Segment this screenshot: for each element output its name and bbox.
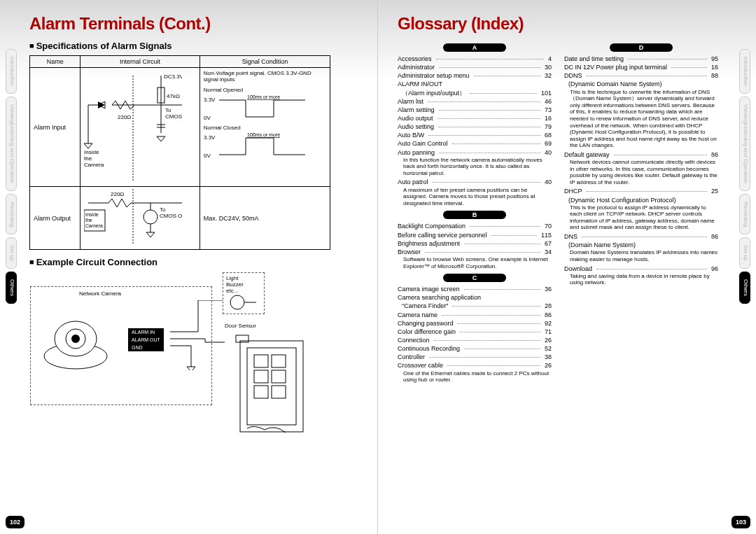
tab-set-up[interactable]: Set up [739,237,750,269]
glossary-item: Browser34 [398,248,552,256]
leader-dots [429,357,540,358]
glossary-term: Connection [398,336,430,344]
tab-viewing-listening-and-operation[interactable]: Viewing・Listening and Operation [6,97,17,191]
glossary-term: Auto B/W [398,131,424,139]
glossary-page: 95 [711,55,718,63]
glossary-page: 28 [545,302,552,310]
term-in: ALARM IN [128,328,164,336]
leader-dots [464,289,540,290]
glossary-page: 86 [545,311,552,319]
leader-dots [671,67,707,68]
glossary-note: Software to browse Web screens. One exam… [398,256,552,271]
glossary-item: (Dynamic Host Configuration Protocol) [564,196,718,204]
glossary-term: Camera image screen [398,285,460,293]
glossary-item: DNS86 [564,232,718,241]
glossary-page: 115 [541,231,552,239]
glossary-page: 38 [545,353,552,361]
leader-dots [442,315,540,316]
leader-dots [474,76,540,76]
leader-dots [491,235,537,236]
glossary-item: Accessories4 [398,55,552,63]
tab-column-right: IntroductionViewing・Listening and Operat… [739,49,750,304]
glossary-item: DHCP25 [564,187,718,195]
glossary-term: Continuous Recording [398,344,460,353]
heading-spec: Specifications of Alarm Signals [29,41,358,51]
glossary-note: Domain Name Systems translates IP addres… [564,249,718,264]
svg-text:the: the [85,218,92,223]
glossary-item: Camera image screen36 [398,285,552,293]
page-left: IntroductionViewing・Listening and Operat… [0,0,378,534]
glossary-term: Date and time setting [564,55,624,63]
glossary-term: Audio output [398,114,433,122]
leader-dots [439,67,540,68]
heading-example: Example Circuit Connection [29,257,358,267]
glossary-item: Controller38 [398,353,552,361]
glossary-page: 52 [545,344,552,353]
tab-others[interactable]: Others [739,272,750,304]
glossary-page: 46 [545,97,552,106]
glossary-item: Alarm list46 [398,97,552,106]
glossary-page: 96 [711,265,718,273]
glossary-item: Crossover cable26 [398,361,552,370]
glossary-pill-C: C [443,274,506,282]
glossary-page: 16 [711,63,718,71]
glossary-page: 26 [545,336,552,344]
tab-viewing-listening-and-operation[interactable]: Viewing・Listening and Operation [739,97,750,191]
wave-no: 3.3V0V 100ms or more [204,93,309,125]
wires [170,300,226,370]
svg-text:3.3V: 3.3V [204,97,216,103]
glossary-term: Controller [398,353,425,361]
tab-introduction[interactable]: Introduction [739,49,750,94]
glossary-term: "Camera Finder" [402,302,448,310]
leader-dots [428,135,540,136]
glossary-term: Camera searching application [398,293,481,302]
glossary-item: Administrator30 [398,63,552,71]
row-out-name: Alarm Output [30,187,80,250]
glossary-item: DC IN 12V Power plug input terminal16 [564,63,718,71]
svg-text:3.3V: 3.3V [204,134,216,141]
glossary-item: "Camera Finder"28 [398,302,552,310]
tab-recording[interactable]: Recording [739,194,750,234]
glossary-term: Auto panning [398,148,435,157]
glossary-term: DHCP [564,187,582,195]
tab-set-up[interactable]: Set up [6,237,17,269]
svg-text:Camera: Camera [84,162,104,168]
svg-text:100ms or more: 100ms or more [247,94,280,99]
buzzer-icon [228,293,259,311]
leader-dots [428,101,540,102]
glossary-term: (Dynamic Host Configuration Protocol) [568,196,676,204]
lbl-light: Light Buzzer etc... [226,275,244,294]
tab-introduction[interactable]: Introduction [6,49,17,94]
leader-dots [439,110,540,111]
glossary-term: Accessories [398,55,432,63]
leader-dots [438,127,540,127]
svg-text:Camera: Camera [85,223,103,228]
svg-text:100ms or more: 100ms or more [247,132,280,137]
lbl-r1: 47kΩ [167,93,180,99]
tab-recording[interactable]: Recording [6,194,17,234]
tab-column-left: IntroductionViewing・Listening and Operat… [6,49,17,304]
glossary-note: This is the technique to overwrite the i… [564,89,718,150]
glossary-page: 79 [545,122,552,131]
glossary-term: Auto Gain Control [398,139,448,148]
glossary-item: Changing password92 [398,319,552,328]
leader-dots [582,237,707,237]
sig-nc: Normal Closed [204,125,326,131]
glossary-page: 73 [545,106,552,114]
leader-dots [464,349,540,349]
glossary-note: A maximum of ten preset camera positions… [398,187,552,209]
svg-point-23 [144,210,158,224]
glossary-item: (Domain Name System) [564,241,718,249]
glossary-columns: AAccessories4Administrator30Administrato… [398,41,727,385]
connection-sketch: Network Camera ALARM IN ALARM OUT GND Li… [29,272,323,447]
spec-table: Name Internal Circuit Signal Condition A… [29,55,330,250]
glossary-term: Administrator [398,63,435,71]
svg-rect-41 [254,355,268,367]
glossary-item: Continuous Recording52 [398,344,552,353]
tab-others[interactable]: Others [6,272,17,304]
leader-dots [433,182,540,183]
leader-dots [470,226,540,227]
glossary-page: 16 [545,114,552,122]
glossary-page: 30 [545,63,552,71]
circuit-in-svg: DC3.3V 47kΩ 220Ω InsidetheCamera [84,70,182,182]
